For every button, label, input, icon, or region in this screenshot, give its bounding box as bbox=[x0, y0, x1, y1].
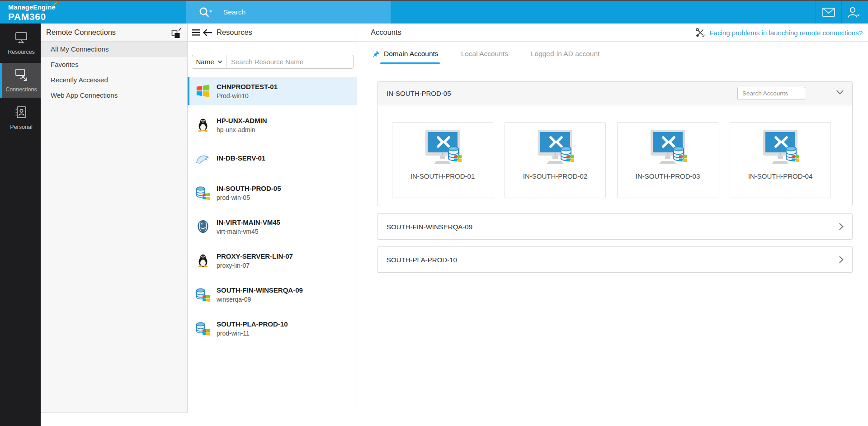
pin-icon bbox=[373, 50, 380, 58]
sidebar-item-connections[interactable]: Connections bbox=[0, 63, 41, 98]
tab-local-accounts[interactable]: Local Accounts bbox=[459, 48, 510, 64]
resource-name: IN-SOUTH-PROD-05 bbox=[217, 185, 281, 192]
connections-item-label: Recently Accessed bbox=[51, 76, 108, 84]
mysql-icon bbox=[196, 151, 210, 166]
account-group-body: IN-SOUTH-PROD-01 bbox=[377, 105, 852, 206]
sidebar-item-resources[interactable]: Resources bbox=[0, 26, 41, 60]
resource-row-hp-unx-admin[interactable]: HP-UNX-ADMIN hp-unx-admin bbox=[188, 111, 357, 139]
chevron-down-icon[interactable] bbox=[836, 90, 844, 95]
user-menu-icon[interactable] bbox=[847, 6, 861, 18]
collapse-panel-arrow-icon[interactable] bbox=[203, 28, 212, 37]
accounts-header: Accounts Facing problems in launching re… bbox=[357, 24, 868, 42]
resource-subtitle: prod-win-11 bbox=[217, 330, 288, 337]
mail-icon[interactable] bbox=[822, 8, 835, 17]
resource-subtitle: virt-main-vm45 bbox=[217, 228, 280, 235]
account-group-south-fin-winserqa-09[interactable]: SOUTH-FIN-WINSERQA-09 bbox=[377, 213, 853, 240]
tab-label: Domain Accounts bbox=[384, 50, 439, 58]
search-accounts-input[interactable] bbox=[737, 87, 805, 100]
connections-item-recently-accessed[interactable]: Recently Accessed bbox=[41, 72, 187, 88]
connections-item-all-my-connections[interactable]: All My Connections bbox=[41, 42, 187, 57]
postgresql-icon bbox=[196, 219, 210, 234]
resource-row-in-db-serv-01[interactable]: IN-DB-SERV-01 bbox=[188, 145, 357, 173]
account-groups: IN-SOUTH-PROD-05 bbox=[377, 81, 853, 279]
resource-row-in-south-prod-05[interactable]: IN-SOUTH-PROD-05 prod-win-05 bbox=[188, 179, 357, 207]
linux-icon bbox=[196, 118, 210, 132]
sidebar-item-personal[interactable]: Personal bbox=[0, 100, 41, 135]
account-card-in-south-prod-01[interactable]: IN-SOUTH-PROD-01 bbox=[392, 122, 493, 198]
sidebar: Resources Connections Personal bbox=[0, 24, 41, 426]
brand-manageengine-text: ManageEngine bbox=[8, 4, 56, 11]
accounts-title: Accounts bbox=[371, 28, 401, 37]
resource-name: IN-DB-SERV-01 bbox=[217, 154, 265, 162]
remote-connections-header: Remote Connections bbox=[41, 24, 187, 42]
windows-database-icon bbox=[196, 185, 210, 200]
accounts-tabs: Domain Accounts Local Accounts Logged-in… bbox=[371, 48, 620, 64]
connections-item-label: Web App Connections bbox=[51, 91, 118, 99]
resource-row-in-virt-main-vm45[interactable]: IN-VIRT-MAIN-VM45 virt-main-vm45 bbox=[188, 213, 357, 241]
resource-search-bar: Name bbox=[192, 55, 354, 69]
chevron-down-icon bbox=[217, 60, 222, 63]
account-group-title: IN-SOUTH-PROD-05 bbox=[387, 90, 451, 97]
topbar-separator bbox=[816, 1, 816, 24]
address-book-icon bbox=[14, 105, 28, 119]
monitor-icon bbox=[14, 31, 28, 44]
resource-name: CHNPRODTEST-01 bbox=[217, 83, 278, 90]
tab-domain-accounts[interactable]: Domain Accounts bbox=[371, 48, 440, 64]
account-name: IN-SOUTH-PROD-02 bbox=[523, 172, 588, 180]
account-card-in-south-prod-03[interactable]: IN-SOUTH-PROD-03 bbox=[617, 122, 718, 198]
brand-pam360: PAM360 bbox=[8, 11, 56, 22]
accounts-panel: Accounts Facing problems in launching re… bbox=[357, 24, 868, 426]
topbar: ManageEngine PAM360 bbox=[0, 1, 868, 24]
account-name: IN-SOUTH-PROD-03 bbox=[636, 172, 700, 180]
connections-item-web-app-connections[interactable]: Web App Connections bbox=[41, 88, 187, 103]
linux-icon bbox=[196, 253, 210, 268]
account-name: IN-SOUTH-PROD-01 bbox=[410, 172, 475, 180]
rdp-connection-icon bbox=[757, 129, 804, 170]
resource-name: SOUTH-FIN-WINSERQA-09 bbox=[217, 286, 303, 294]
search-icon[interactable] bbox=[198, 7, 213, 18]
sidebar-item-label: Resources bbox=[2, 49, 41, 55]
help-link[interactable]: Facing problems in launching remote conn… bbox=[695, 28, 863, 38]
sidebar-item-label: Personal bbox=[2, 124, 41, 130]
topbar-separator bbox=[841, 1, 842, 24]
remote-connection-icon bbox=[14, 68, 28, 81]
rdp-connection-icon bbox=[532, 129, 579, 170]
window-top-edge bbox=[0, 0, 868, 1]
brand-logo[interactable]: ManageEngine PAM360 bbox=[8, 3, 56, 22]
global-search-input[interactable] bbox=[222, 8, 363, 17]
connections-item-label: All My Connections bbox=[51, 45, 108, 53]
rdp-connection-icon bbox=[419, 129, 466, 170]
tab-label: Logged-in AD account bbox=[531, 50, 600, 58]
tab-label: Local Accounts bbox=[461, 50, 508, 58]
chevron-right-icon[interactable] bbox=[839, 256, 844, 264]
account-group-header[interactable]: IN-SOUTH-PROD-05 bbox=[377, 82, 852, 105]
account-group-south-pla-prod-10[interactable]: SOUTH-PLA-PROD-10 bbox=[377, 246, 853, 273]
account-card-in-south-prod-04[interactable]: IN-SOUTH-PROD-04 bbox=[730, 122, 831, 198]
tab-logged-in-ad-account[interactable]: Logged-in AD account bbox=[529, 48, 602, 64]
menu-icon[interactable] bbox=[192, 29, 200, 36]
resource-subtitle: hp-unx-admin bbox=[217, 126, 267, 133]
connections-item-favorites[interactable]: Favorites bbox=[41, 57, 187, 72]
remote-connections-panel: Remote Connections All My Connections Fa… bbox=[41, 24, 188, 413]
resources-title: Resources bbox=[217, 28, 252, 37]
windows-database-icon bbox=[196, 287, 210, 302]
account-group-title: SOUTH-PLA-PROD-10 bbox=[387, 256, 457, 264]
resource-row-proxy-server-lin-07[interactable]: PROXY-SERVER-LIN-07 proxy-lin-07 bbox=[188, 246, 357, 275]
resource-row-south-pla-prod-10[interactable]: SOUTH-PLA-PROD-10 prod-win-11 bbox=[188, 314, 357, 342]
resource-subtitle: winserqa-09 bbox=[217, 296, 303, 303]
account-card-in-south-prod-02[interactable]: IN-SOUTH-PROD-02 bbox=[505, 122, 606, 198]
tools-icon bbox=[695, 28, 705, 38]
resources-panel: Resources Name CHNPRODTEST-01 Prod-win10 bbox=[188, 24, 357, 413]
chevron-right-icon[interactable] bbox=[839, 222, 844, 231]
rdp-connection-icon bbox=[644, 129, 691, 170]
resource-search-input[interactable] bbox=[226, 58, 353, 66]
account-group-title: SOUTH-FIN-WINSERQA-09 bbox=[387, 223, 472, 231]
resource-row-south-fin-winserqa-09[interactable]: SOUTH-FIN-WINSERQA-09 winserqa-09 bbox=[188, 280, 357, 308]
resource-filter-label: Name bbox=[196, 58, 214, 66]
windows-icon bbox=[196, 84, 210, 98]
resource-row-chnprodtest-01[interactable]: CHNPRODTEST-01 Prod-win10 bbox=[188, 77, 357, 105]
resource-filter-dropdown[interactable]: Name bbox=[192, 55, 226, 68]
popout-icon[interactable] bbox=[171, 27, 183, 39]
resource-subtitle: Prod-win10 bbox=[217, 92, 278, 99]
resources-header: Resources bbox=[188, 24, 357, 42]
